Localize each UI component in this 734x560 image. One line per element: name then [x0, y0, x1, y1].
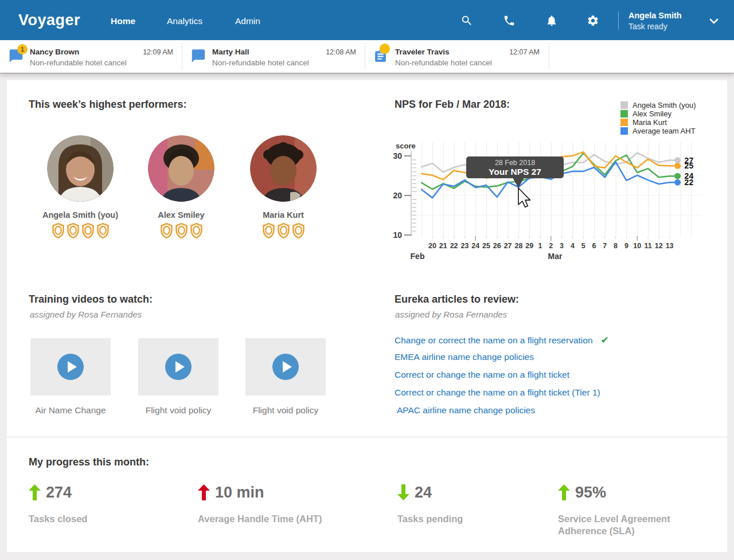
stat-label: Tasks pending — [397, 513, 463, 525]
legend-item: Maria Kurt — [620, 118, 696, 127]
video-title: Flight void policy — [124, 405, 233, 416]
svg-text:27: 27 — [504, 242, 512, 250]
shield-badge-icon — [160, 223, 173, 238]
notification-subject: Non-refundable hotel cancel — [212, 58, 309, 67]
legend-swatch — [620, 127, 628, 135]
video-title: Air Name Change — [16, 405, 125, 416]
shield-badge-icon — [175, 223, 188, 238]
article-link[interactable]: Correct or change the name on a flight t… — [395, 387, 600, 398]
nps-line-chart: 102030score20212223242526272829123456789… — [390, 138, 705, 272]
chat-bubble-icon — [190, 48, 209, 65]
svg-text:12: 12 — [655, 242, 663, 250]
video-thumbnail[interactable] — [138, 338, 218, 395]
phone-icon[interactable] — [503, 14, 516, 27]
unread-count-badge: 1 — [17, 44, 28, 54]
play-icon — [272, 354, 299, 380]
notification-subject: Non-refundable hotel cancel — [30, 58, 127, 67]
svg-text:25: 25 — [482, 242, 490, 250]
stat-label: Service Level Agreement Adherence (SLA) — [558, 513, 701, 536]
chevron-down-icon[interactable] — [709, 17, 719, 24]
svg-text:21: 21 — [439, 242, 447, 250]
svg-text:4: 4 — [571, 242, 575, 250]
notification-sender: Marty Hall — [212, 48, 249, 56]
stat-sla: 95% Service Level Agreement Adherence (S… — [558, 484, 701, 536]
legend-label: Angela Smith (you) — [633, 101, 696, 109]
svg-text:23: 23 — [460, 242, 468, 250]
stat-value: 274 — [46, 484, 72, 500]
stat-label: Average Handle Time (AHT) — [198, 513, 322, 525]
performer-name: Maria Kurt — [226, 210, 341, 220]
training-assigned-by: assigned by Rosa Fernandes — [30, 310, 142, 319]
legend-label: Average team AHT — [633, 127, 696, 135]
legend-label: Alex Smiley — [633, 109, 671, 118]
nav-link-home[interactable]: Home — [111, 16, 135, 26]
nav-link-analytics[interactable]: Analytics — [167, 16, 202, 26]
voyager-logo: Voyager — [18, 11, 80, 29]
shield-badge-icon — [262, 223, 275, 238]
stat-value: 10 min — [215, 484, 264, 500]
article-link[interactable]: Correct or change the name on a flight t… — [395, 370, 569, 380]
svg-text:22: 22 — [685, 178, 694, 187]
nav-link-admin[interactable]: Admin — [235, 16, 260, 26]
down-arrow-icon — [397, 484, 409, 500]
article-link[interactable]: EMEA airline name change policies✔ — [395, 352, 534, 362]
nps-heading: NPS for Feb / Mar 2018: — [395, 99, 510, 111]
gear-icon[interactable] — [587, 14, 599, 27]
user-name[interactable]: Angela Smith — [628, 11, 682, 20]
notification-bar: 1 Nancy Brown Non-refundable hotel cance… — [0, 40, 734, 73]
notification-time: 12:09 AM — [143, 48, 173, 56]
section-divider — [7, 437, 727, 437]
legend-item: Average team AHT — [620, 127, 696, 135]
svg-text:7: 7 — [603, 242, 607, 250]
search-icon[interactable] — [460, 14, 473, 27]
svg-text:26: 26 — [493, 242, 501, 250]
stat-tasks-closed: 274 Tasks closed — [29, 484, 87, 525]
notification-sender: Nancy Brown — [30, 48, 79, 56]
eureka-heading: Eureka articles to review: — [395, 293, 519, 306]
chat-bubble-icon: 1 — [8, 48, 26, 65]
legend-label: Maria Kurt — [633, 118, 667, 127]
svg-text:Feb: Feb — [411, 252, 425, 261]
avatar[interactable] — [47, 135, 114, 202]
notification-card[interactable]: 1 Nancy Brown Non-refundable hotel cance… — [0, 40, 182, 73]
performer-badges — [226, 223, 341, 238]
legend-swatch — [620, 119, 628, 126]
notification-card[interactable]: Marty Hall Non-refundable hotel cancel 1… — [182, 40, 365, 73]
performer-badges — [124, 223, 239, 238]
svg-text:13: 13 — [666, 242, 674, 250]
avatar[interactable] — [148, 135, 214, 202]
article-link[interactable]: APAC airline name change policies✔ — [397, 405, 535, 416]
training-heading: Training videos to watch: — [29, 293, 153, 306]
svg-text:28 Feb 2018: 28 Feb 2018 — [495, 159, 535, 167]
performers-heading: This week’s highest performers: — [29, 99, 186, 111]
legend-item: Angela Smith (you) — [620, 101, 696, 109]
svg-text:2: 2 — [549, 242, 553, 250]
svg-text:Mar: Mar — [548, 252, 563, 261]
video-thumbnail[interactable] — [245, 338, 326, 395]
avatar[interactable] — [250, 135, 317, 202]
svg-text:Your NPS 27: Your NPS 27 — [489, 167, 541, 177]
bell-icon[interactable] — [545, 14, 558, 27]
avatar-photo — [250, 135, 317, 202]
progress-heading: My progress this month: — [29, 456, 149, 468]
svg-text:5: 5 — [581, 242, 585, 250]
video-thumbnail[interactable] — [30, 338, 111, 395]
svg-text:29: 29 — [525, 242, 533, 250]
cursor-icon — [518, 188, 530, 207]
check-icon: ✔ — [601, 334, 609, 346]
performer-badges — [23, 223, 138, 238]
article-link[interactable]: Change or correct the name on a flight r… — [395, 334, 609, 346]
svg-text:28: 28 — [514, 242, 522, 250]
performer-name: Alex Smiley — [124, 210, 239, 220]
avatar-photo — [148, 135, 214, 202]
stat-aht: 10 min Average Handle Time (AHT) — [198, 484, 322, 525]
svg-text:20: 20 — [393, 191, 402, 200]
legend-item: Alex Smiley — [620, 109, 696, 118]
alert-dot-badge — [380, 44, 390, 54]
notification-divider — [549, 43, 549, 70]
notification-card[interactable]: Traveler Travis Non-refundable hotel can… — [365, 40, 549, 73]
up-arrow-icon — [29, 484, 41, 500]
shield-badge-icon — [96, 223, 110, 238]
svg-text:8: 8 — [614, 242, 618, 250]
svg-text:6: 6 — [592, 242, 596, 250]
